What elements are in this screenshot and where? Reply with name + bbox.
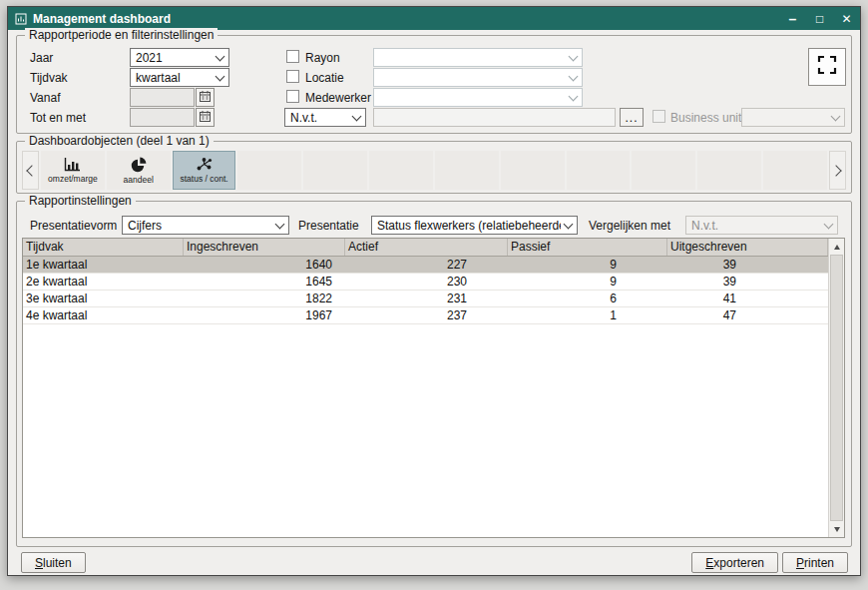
column-header-actief[interactable]: Actief	[345, 239, 508, 256]
table-row[interactable]: 3e kwartaal1822231641	[23, 291, 828, 307]
dashboard-tile-aandeel[interactable]: aandeel	[107, 151, 171, 190]
presentatievorm-label: Presentatievorm	[30, 219, 117, 233]
rayon-checkbox[interactable]	[286, 50, 299, 63]
app-icon	[15, 13, 27, 25]
vertical-scrollbar[interactable]	[828, 239, 844, 537]
table-row[interactable]: 1e kwartaal1640227939	[23, 257, 828, 274]
business-unit-checkbox	[652, 110, 665, 123]
titlebar[interactable]: Management dashboard – □ ✕	[8, 7, 860, 30]
table-cell: 4e kwartaal	[23, 307, 184, 323]
dashboard-objects-group: Dashboardobjecten (deel 1 van 1) omzet/m…	[16, 141, 852, 194]
locatie-checkbox[interactable]	[286, 70, 299, 83]
column-header-uitgeschreven[interactable]: Uitgeschreven	[667, 239, 828, 256]
table-cell: 1e kwartaal	[23, 257, 184, 273]
jaar-select[interactable]: 2021	[130, 48, 229, 67]
table-row[interactable]: 2e kwartaal1645230939	[23, 274, 828, 291]
table-cell: 231	[345, 291, 508, 306]
presentatie-label: Presentatie	[298, 219, 359, 233]
tile-label: omzet/marge	[48, 174, 98, 184]
tijdvak-select[interactable]: kwartaal	[130, 68, 229, 87]
dashboard-tile-empty[interactable]	[632, 151, 695, 190]
table-cell: 1640	[184, 257, 345, 273]
business-unit-label: Business unit	[670, 111, 741, 125]
management-dashboard-window: Management dashboard – □ ✕ Rapportperiod…	[7, 6, 861, 576]
close-icon: ✕	[841, 12, 851, 26]
sluiten-button[interactable]: Sluiten	[21, 552, 86, 573]
tot-en-met-input	[130, 108, 195, 127]
pie-chart-icon	[131, 157, 147, 173]
window-title: Management dashboard	[33, 12, 171, 26]
locatie-label: Locatie	[305, 71, 344, 85]
arrow-down-icon	[834, 527, 840, 532]
tile-strip: omzet/margeaandeelstatus / cont.	[41, 151, 827, 190]
tiles-next-button[interactable]	[829, 151, 846, 190]
column-header-tijdvak[interactable]: Tijdvak	[23, 239, 184, 256]
maximize-button[interactable]: □	[806, 7, 833, 30]
desktop-background: Management dashboard – □ ✕ Rapportperiod…	[0, 0, 868, 590]
dashboard-tile-empty[interactable]	[303, 151, 367, 190]
dashboard-tile-empty[interactable]	[501, 151, 565, 190]
dashboard-tile-empty[interactable]	[369, 151, 433, 190]
table-cell: 39	[667, 257, 828, 273]
dashboard-tile-status-cont[interactable]: status / cont.	[173, 151, 236, 190]
column-header-ingeschreven[interactable]: Ingeschreven	[184, 239, 345, 256]
vanaf-calendar-button[interactable]	[196, 88, 215, 107]
window-controls: – □ ✕	[779, 7, 860, 30]
relatie-input	[373, 108, 616, 127]
chevron-right-icon	[830, 165, 841, 176]
minimize-button[interactable]: –	[779, 7, 806, 30]
rayon-label: Rayon	[305, 51, 340, 65]
chevron-down-icon	[824, 219, 834, 229]
table-cell: 1645	[184, 274, 345, 290]
table-cell: 227	[345, 257, 508, 273]
chevron-down-icon	[569, 91, 579, 101]
dashboard-tile-empty[interactable]	[697, 151, 761, 190]
dashboard-tile-empty[interactable]	[237, 151, 301, 190]
tot-en-met-calendar-button[interactable]	[196, 108, 215, 127]
table-cell: 9	[508, 274, 667, 290]
chevron-down-icon	[831, 111, 841, 121]
chevron-down-icon	[569, 51, 579, 61]
presentatie-select[interactable]: Status flexwerkers (relatiebeheerder)	[371, 216, 578, 235]
filter-group-title: Rapportperiode en filterinstellingen	[25, 28, 217, 42]
expand-button[interactable]	[808, 48, 846, 86]
column-header-passief[interactable]: Passief	[508, 239, 667, 256]
report-settings-title: Rapportinstellingen	[25, 194, 136, 208]
scroll-down-button[interactable]	[829, 521, 844, 537]
tiles-prev-button[interactable]	[22, 151, 39, 190]
printen-button[interactable]: Printen	[782, 552, 848, 573]
chevron-down-icon	[275, 219, 285, 229]
scrollbar-thumb[interactable]	[830, 255, 843, 521]
rayon-select	[373, 48, 583, 67]
exporteren-button[interactable]: Exporteren	[691, 552, 778, 573]
tile-strip-container: omzet/margeaandeelstatus / cont.	[22, 151, 846, 190]
scroll-up-button[interactable]	[829, 239, 844, 255]
dashboard-tile-empty[interactable]	[567, 151, 631, 190]
table-cell: 39	[667, 274, 828, 290]
medewerker-checkbox[interactable]	[286, 90, 299, 103]
network-icon	[195, 157, 214, 172]
vanaf-input	[130, 88, 195, 107]
chevron-down-icon	[216, 51, 225, 61]
table-cell: 9	[508, 257, 667, 273]
table-cell: 1967	[184, 307, 345, 323]
table-row[interactable]: 4e kwartaal1967237147	[23, 307, 828, 324]
tot-en-met-label: Tot en met	[30, 111, 86, 125]
relatie-filter-select[interactable]: N.v.t.	[284, 108, 366, 127]
browse-button[interactable]: ...	[620, 108, 644, 127]
locatie-select	[373, 68, 583, 87]
medewerker-select	[373, 88, 583, 107]
table-cell: 230	[345, 274, 508, 290]
dashboard-tile-empty[interactable]	[435, 151, 499, 190]
report-settings-group: Rapportinstellingen Presentatievorm Cijf…	[16, 201, 852, 547]
chevron-left-icon	[26, 165, 37, 176]
close-button[interactable]: ✕	[833, 7, 860, 30]
chevron-down-icon	[216, 71, 225, 81]
maximize-icon: □	[816, 12, 823, 26]
presentatievorm-select[interactable]: Cijfers	[122, 216, 289, 235]
dashboard-tile-omzet-marge[interactable]: omzet/marge	[41, 151, 105, 190]
dashboard-tile-empty[interactable]	[763, 151, 827, 190]
arrow-up-icon	[834, 245, 840, 250]
tijdvak-label: Tijdvak	[30, 71, 68, 85]
table-cell: 47	[667, 307, 828, 323]
